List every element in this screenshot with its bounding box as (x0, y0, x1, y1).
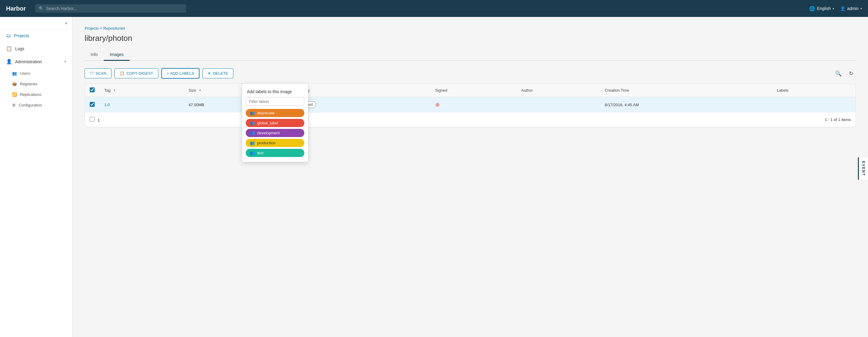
sidebar-item-projects-label: Projects (14, 33, 29, 38)
th-creation-time: Creation Time (600, 84, 772, 97)
top-nav-right: 🌐 English ▾ 👤 admin ▾ (809, 6, 862, 11)
sidebar-admin-group[interactable]: 👤 Administration ▾ (0, 55, 72, 68)
sidebar-item-registries[interactable]: 📦 Registries (6, 79, 72, 89)
breadcrumb[interactable]: Projects < Repositories (85, 26, 856, 31)
search-button[interactable]: 🔍 (833, 69, 844, 78)
tab-images[interactable]: Images (104, 49, 130, 61)
label-chip-production[interactable]: 👥 production (246, 139, 304, 147)
sidebar-item-registries-label: Registries (20, 82, 37, 86)
scan-icon: 🛡 (90, 71, 94, 76)
label-chip-development[interactable]: 👥 development (246, 129, 304, 137)
replications-icon: 🔁 (12, 92, 17, 97)
search-bar[interactable]: 🔍 Search Harbor... (35, 4, 186, 13)
table-row: 1.0 47.00MB Not Scanned ⊗ 8/17/2018, 4:4… (85, 97, 856, 113)
sidebar-item-logs[interactable]: 📋 Logs (0, 42, 72, 55)
pagination-text: 1 - 1 of 1 items (825, 117, 851, 122)
registries-icon: 📦 (12, 82, 17, 86)
tab-bar: Info Images (85, 49, 856, 61)
globe-icon: 🌐 (809, 6, 815, 11)
row-tag-cell: 1.0 (99, 97, 184, 113)
sidebar-admin-label: Administration (15, 59, 42, 64)
tab-info[interactable]: Info (85, 49, 104, 61)
th-tag: Tag ▼ (99, 84, 184, 97)
sidebar-item-replications[interactable]: 🔁 Replications (6, 89, 72, 100)
th-signed: Signed (430, 84, 517, 97)
label-filter-input[interactable] (246, 97, 304, 106)
refresh-button[interactable]: ↻ (846, 69, 856, 78)
table-body: 1.0 47.00MB Not Scanned ⊗ 8/17/2018, 4:4… (85, 97, 856, 127)
admin-chevron-icon: ▾ (64, 60, 66, 63)
toolbar: 🛡 SCAN 📋 COPY DIGEST + ADD LABELS ✕ DELE… (85, 68, 856, 79)
images-table-container: Tag ▼ Size ▼ Vulnerability Signed (85, 84, 856, 128)
th-checkbox (85, 84, 99, 97)
sidebar-collapse-button[interactable]: « (65, 21, 67, 25)
sidebar-item-users[interactable]: 👥 Users (6, 68, 72, 79)
sidebar-item-replications-label: Replications (20, 92, 41, 97)
toolbar-right: 🔍 ↻ (833, 69, 856, 78)
select-all-checkbox[interactable] (90, 87, 95, 92)
search-placeholder: Search Harbor... (46, 6, 77, 11)
add-labels-button[interactable]: + ADD LABELS (161, 68, 200, 79)
user-menu[interactable]: 👤 admin ▾ (840, 6, 862, 11)
users-icon: 👥 (12, 71, 17, 76)
user-label: admin (847, 6, 859, 11)
scan-button[interactable]: 🛡 SCAN (85, 68, 112, 78)
event-tab[interactable]: EVENT (858, 157, 868, 180)
page-title: library/photon (85, 34, 856, 43)
row-checkbox[interactable] (90, 102, 95, 107)
table-header: Tag ▼ Size ▼ Vulnerability Signed (85, 84, 856, 97)
language-selector[interactable]: 🌐 English ▾ (809, 6, 834, 11)
copy-icon: 📋 (120, 71, 125, 76)
th-labels: Labels (772, 84, 856, 97)
projects-icon: 🗂 (6, 33, 11, 38)
signed-icon: ⊗ (435, 102, 440, 108)
configuration-icon: ⚙ (12, 103, 16, 107)
sidebar-item-configuration[interactable]: ⚙ Configuration (6, 100, 72, 110)
tag-sort-icon[interactable]: ▼ (113, 89, 116, 92)
sidebar-item-projects[interactable]: 🗂 Projects (0, 29, 72, 42)
images-table: Tag ▼ Size ▼ Vulnerability Signed (85, 84, 856, 127)
main-content: Projects < Repositories library/photon I… (72, 17, 868, 337)
logs-icon: 📋 (6, 46, 12, 51)
label-chip-deprecate[interactable]: 👥 deprecate (246, 109, 304, 117)
search-icon: 🔍 (39, 6, 44, 11)
label-icon-development: 👥 (250, 131, 255, 135)
sidebar: « 🗂 Projects 📋 Logs 👤 Administration ▾ 👥… (0, 17, 72, 337)
sidebar-item-logs-label: Logs (15, 46, 24, 51)
main-layout: « 🗂 Projects 📋 Logs 👤 Administration ▾ 👥… (0, 17, 868, 337)
th-author: Author (517, 84, 600, 97)
row-checkbox-cell (85, 97, 99, 113)
sidebar-collapse-area: « (0, 17, 72, 29)
label-list: 👥 deprecate 👥 global_label 👥 development… (242, 109, 308, 157)
sidebar-item-configuration-label: Configuration (19, 103, 42, 107)
size-sort-icon[interactable]: ▼ (198, 89, 202, 92)
row-labels-cell (772, 97, 856, 113)
user-chevron-icon: ▾ (861, 7, 862, 10)
sidebar-item-users-label: Users (20, 71, 30, 76)
label-icon-production: 👥 (250, 141, 255, 145)
lang-label: English (817, 6, 831, 11)
sidebar-admin-subitems: 👥 Users 📦 Registries 🔁 Replications ⚙ Co… (0, 68, 72, 110)
row-signed-cell: ⊗ (430, 97, 517, 113)
delete-button[interactable]: ✕ DELETE (203, 68, 233, 78)
app-logo: Harbor (6, 5, 26, 12)
row-creation-time-cell: 8/17/2018, 4:45 AM (600, 97, 772, 113)
label-chip-test[interactable]: 👥 test (246, 149, 304, 157)
label-icon-global: 👥 (250, 121, 255, 125)
tag-link[interactable]: 1.0 (104, 103, 110, 107)
admin-icon: 👤 (6, 59, 12, 64)
label-icon-test: 👥 (250, 151, 255, 155)
footer-checkbox[interactable] (90, 117, 95, 122)
label-chip-global[interactable]: 👥 global_label (246, 119, 304, 127)
top-nav: Harbor 🔍 Search Harbor... 🌐 English ▾ 👤 … (0, 0, 868, 17)
row-count-cell: 1 (85, 113, 184, 127)
lang-chevron-icon: ▾ (833, 7, 834, 10)
label-dropdown: Add labels to this image 👥 deprecate 👥 g… (242, 84, 308, 162)
label-icon-deprecate: 👥 (250, 111, 255, 115)
row-author-cell (517, 97, 600, 113)
dropdown-title: Add labels to this image (242, 87, 308, 97)
table-footer-row: 1 1 - 1 of 1 items (85, 113, 856, 127)
delete-icon: ✕ (208, 71, 211, 76)
copy-digest-button[interactable]: 📋 COPY DIGEST (115, 68, 158, 78)
user-icon: 👤 (840, 6, 845, 11)
